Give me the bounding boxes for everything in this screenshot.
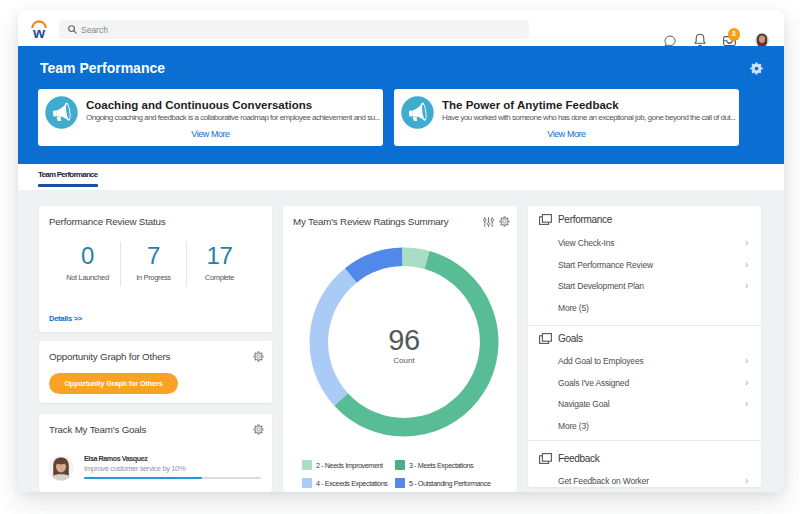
svg-text:w: w bbox=[31, 24, 45, 40]
